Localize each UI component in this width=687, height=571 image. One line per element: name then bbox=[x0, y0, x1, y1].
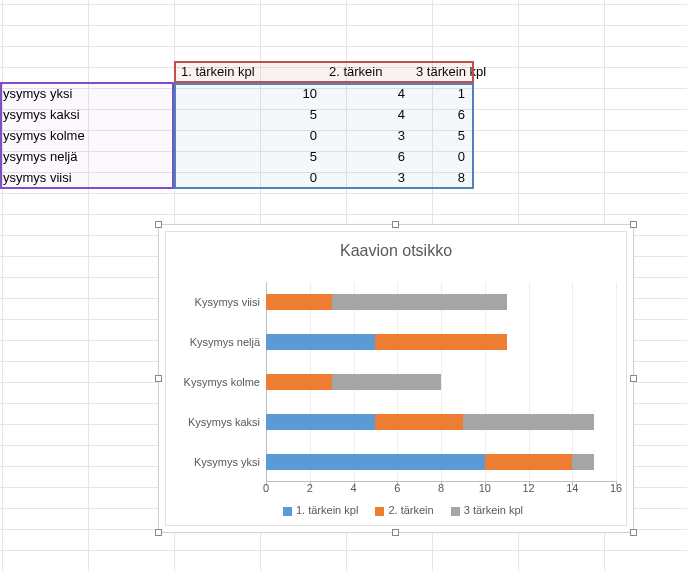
x-tick-label: 16 bbox=[604, 482, 628, 494]
resize-handle[interactable] bbox=[155, 375, 162, 382]
y-tick-label: Kysymys yksi bbox=[166, 454, 260, 470]
row-label[interactable]: ysymys neljä bbox=[0, 146, 172, 167]
cell[interactable]: 0 bbox=[176, 125, 320, 146]
legend-label-3: 3 tärkein kpl bbox=[464, 504, 523, 516]
cell[interactable]: 4 bbox=[326, 83, 408, 104]
col-header-1[interactable]: 1. tärkein kpl bbox=[178, 61, 260, 82]
cell[interactable]: 3 bbox=[326, 125, 408, 146]
chart-legend[interactable]: 1. tärkein kpl 2. tärkein 3 tärkein kpl bbox=[166, 504, 626, 516]
gridline bbox=[616, 282, 617, 482]
bar-segment[interactable] bbox=[332, 374, 441, 390]
bar-segment[interactable] bbox=[266, 374, 332, 390]
bar-row[interactable]: Kysymys kolme bbox=[266, 374, 616, 390]
cell[interactable]: 0 bbox=[413, 146, 468, 167]
x-tick-label: 6 bbox=[385, 482, 409, 494]
resize-handle[interactable] bbox=[630, 221, 637, 228]
y-tick-label: Kysymys kaksi bbox=[166, 414, 260, 430]
bar-segment[interactable] bbox=[485, 454, 573, 470]
x-tick-label: 8 bbox=[429, 482, 453, 494]
resize-handle[interactable] bbox=[630, 529, 637, 536]
bar-segment[interactable] bbox=[375, 334, 506, 350]
cell[interactable]: 4 bbox=[326, 104, 408, 125]
legend-label-2: 2. tärkein bbox=[388, 504, 433, 516]
cell[interactable]: 6 bbox=[326, 146, 408, 167]
cell[interactable]: 8 bbox=[413, 167, 468, 188]
bar-segment[interactable] bbox=[332, 294, 507, 310]
legend-swatch-1 bbox=[283, 507, 292, 516]
bar-segment[interactable] bbox=[572, 454, 594, 470]
bar-segment[interactable] bbox=[266, 454, 485, 470]
row-label[interactable]: ysymys yksi bbox=[0, 83, 172, 104]
resize-handle[interactable] bbox=[392, 529, 399, 536]
bar-row[interactable]: Kysymys neljä bbox=[266, 334, 616, 350]
cell[interactable]: 1 bbox=[413, 83, 468, 104]
resize-handle[interactable] bbox=[392, 221, 399, 228]
y-tick-label: Kysymys neljä bbox=[166, 334, 260, 350]
x-axis-labels: 0246810121416 bbox=[266, 482, 616, 498]
bar-row[interactable]: Kysymys viisi bbox=[266, 294, 616, 310]
bar-segment[interactable] bbox=[463, 414, 594, 430]
cell[interactable]: 6 bbox=[413, 104, 468, 125]
row-label[interactable]: ysymys kaksi bbox=[0, 104, 172, 125]
resize-handle[interactable] bbox=[155, 529, 162, 536]
x-tick-label: 2 bbox=[298, 482, 322, 494]
x-tick-label: 4 bbox=[342, 482, 366, 494]
bar-segment[interactable] bbox=[266, 334, 375, 350]
chart-title[interactable]: Kaavion otsikko bbox=[166, 232, 626, 264]
cell[interactable]: 0 bbox=[176, 167, 320, 188]
legend-label-1: 1. tärkein kpl bbox=[296, 504, 358, 516]
cell[interactable]: 5 bbox=[176, 104, 320, 125]
bar-row[interactable]: Kysymys kaksi bbox=[266, 414, 616, 430]
x-tick-label: 12 bbox=[517, 482, 541, 494]
cell[interactable]: 3 bbox=[326, 167, 408, 188]
legend-swatch-2 bbox=[375, 507, 384, 516]
resize-handle[interactable] bbox=[155, 221, 162, 228]
chart-object[interactable]: Kaavion otsikko Kysymys yksiKysymys kaks… bbox=[158, 224, 634, 533]
y-tick-label: Kysymys kolme bbox=[166, 374, 260, 390]
col-header-3[interactable]: 3 tärkein kpl bbox=[413, 61, 495, 82]
resize-handle[interactable] bbox=[630, 375, 637, 382]
x-tick-label: 0 bbox=[254, 482, 278, 494]
bar-segment[interactable] bbox=[375, 414, 463, 430]
legend-swatch-3 bbox=[451, 507, 460, 516]
x-tick-label: 10 bbox=[473, 482, 497, 494]
cell[interactable]: 5 bbox=[176, 146, 320, 167]
plot-area[interactable]: Kysymys yksiKysymys kaksiKysymys kolmeKy… bbox=[266, 282, 616, 482]
row-label[interactable]: ysymys kolme bbox=[0, 125, 172, 146]
chart-area[interactable]: Kaavion otsikko Kysymys yksiKysymys kaks… bbox=[165, 231, 627, 526]
bar-row[interactable]: Kysymys yksi bbox=[266, 454, 616, 470]
y-tick-label: Kysymys viisi bbox=[166, 294, 260, 310]
bar-segment[interactable] bbox=[266, 294, 332, 310]
bar-segment[interactable] bbox=[266, 414, 375, 430]
cell[interactable]: 5 bbox=[413, 125, 468, 146]
x-tick-label: 14 bbox=[560, 482, 584, 494]
row-label[interactable]: ysymys viisi bbox=[0, 167, 172, 188]
cell[interactable]: 10 bbox=[176, 83, 320, 104]
col-header-2[interactable]: 2. tärkein bbox=[326, 61, 408, 82]
